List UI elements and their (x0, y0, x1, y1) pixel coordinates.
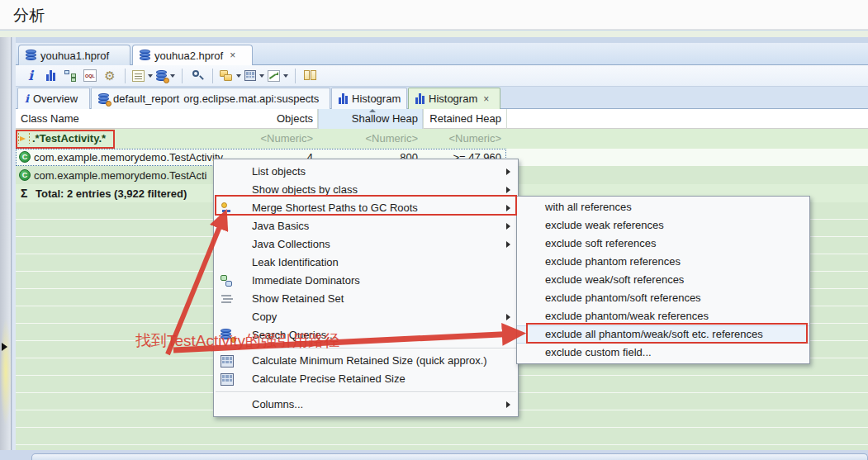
class-icon: C (19, 169, 31, 181)
query-list-icon (132, 70, 145, 82)
menu-item-show-objects-by-class[interactable]: Show objects by class (214, 181, 518, 199)
gc-roots-icon (221, 202, 234, 215)
close-tab-icon[interactable]: × (483, 93, 489, 105)
submenu-item-with-all-references[interactable]: with all references (517, 198, 809, 216)
submenu-item-exclude-weak-soft[interactable]: exclude weak/soft references (517, 271, 809, 289)
chevron-down-icon (259, 74, 264, 78)
menu-item-columns[interactable]: Columns... (214, 396, 518, 414)
calculator-icon (221, 355, 234, 368)
submenu-item-exclude-weak[interactable]: exclude weak references (517, 216, 809, 235)
histogram-icon (415, 93, 425, 104)
dominator-tree-button[interactable] (62, 68, 78, 84)
db-gear-icon (156, 70, 167, 82)
context-menu: List objects Show objects by class Merge… (213, 159, 519, 417)
table-header: Class Name Objects Shallow Heap Retained… (16, 109, 868, 129)
tab-label: Histogram (429, 92, 477, 105)
submenu-item-exclude-all-etc[interactable]: exclude all phantom/weak/soft etc. refer… (517, 325, 809, 344)
menu-item-immediate-dominators[interactable]: Immediate Dominators (214, 272, 518, 290)
info-icon: i (28, 68, 33, 83)
info-icon: i (25, 92, 29, 105)
tab-label: Overview (33, 92, 78, 105)
histogram-button[interactable] (42, 68, 59, 84)
menu-item-calc-minimum-retained[interactable]: Calculate Minimum Retained Size (quick a… (214, 352, 518, 370)
group-by-button[interactable] (220, 68, 241, 84)
tab-sublabel: org.eclipse.mat.api:suspects (183, 92, 319, 105)
column-class-name[interactable]: Class Name (21, 112, 79, 125)
menu-item-java-collections[interactable]: Java Collections (214, 235, 518, 254)
search-icon (192, 69, 204, 82)
calculator-button[interactable] (244, 68, 264, 84)
info-button[interactable]: i (22, 68, 39, 84)
menu-item-list-objects[interactable]: List objects (214, 163, 518, 181)
header-divider (0, 31, 868, 37)
submenu-item-exclude-phantom[interactable]: exclude phantom references (517, 253, 809, 271)
expert-menu-button[interactable]: ⚙ (102, 68, 118, 84)
find-button[interactable] (189, 68, 206, 84)
compare-columns-button[interactable] (302, 68, 319, 84)
annotation-text: 找到TestActivity的强引用路径 (135, 330, 339, 352)
editor-toolbar: i OQL ⚙ (16, 65, 868, 87)
oql-icon: OQL (83, 69, 97, 82)
tab-label: Histogram (352, 92, 401, 105)
submenu-item-exclude-phantom-weak[interactable]: exclude phantom/weak references (517, 307, 809, 325)
class-icon: C (19, 151, 31, 163)
tab-histogram-1[interactable]: Histogram (331, 88, 407, 109)
chevron-down-icon (170, 74, 175, 78)
tab-label: youhua2.hprof (154, 50, 223, 62)
toolbar-separator (125, 69, 126, 83)
histogram-icon (46, 70, 55, 81)
menu-item-leak-identification[interactable]: Leak Identification (214, 254, 518, 272)
tab-youhua1[interactable]: youhua1.hprof (18, 45, 130, 65)
filter-pattern-input[interactable]: .*TestActivity.* (32, 132, 106, 145)
filter-retained-input[interactable]: <Numeric> (379, 129, 501, 149)
submenu-arrow-icon (506, 241, 510, 248)
page-title: 分析 (13, 5, 45, 26)
oql-button[interactable]: OQL (82, 68, 98, 84)
filter-row[interactable]: .*TestActivity.* <Numeric> <Numeric> <Nu… (16, 129, 868, 149)
submenu-item-exclude-phantom-soft[interactable]: exclude phantom/soft references (517, 289, 809, 307)
mat-window: 分析 youhua1.hprof youhua2.hprof × i OQL ⚙ (0, 0, 868, 460)
menu-item-java-basics[interactable]: Java Basics (214, 217, 518, 235)
submenu-arrow-icon (506, 314, 510, 320)
column-retained-heap[interactable]: Retained Heap (379, 109, 501, 129)
submenu-arrow-icon (506, 168, 510, 175)
query-list-button[interactable] (132, 68, 153, 84)
class-name-cell: com.example.memorydemo.TestActi (34, 169, 207, 182)
submenu-arrow-icon (506, 223, 510, 230)
tab-youhua2[interactable]: youhua2.hprof × (132, 45, 253, 65)
retained-set-icon (221, 293, 234, 306)
total-text: Total: 2 entries (3,922 filtered) (36, 187, 187, 200)
heap-dump-icon (26, 50, 36, 61)
submenu-arrow-icon (506, 187, 510, 193)
tab-default-report[interactable]: default_report org.eclipse.mat.api:suspe… (91, 88, 330, 109)
search-queries-dropdown-button[interactable] (156, 68, 175, 84)
menu-item-merge-shortest-paths[interactable]: Merge Shortest Paths to GC Roots (214, 199, 518, 217)
tab-label: default_report (113, 92, 179, 105)
tab-histogram-2[interactable]: Histogram × (408, 88, 500, 109)
tab-label: youhua1.hprof (40, 50, 109, 62)
report-db-icon (98, 93, 109, 105)
menu-item-show-retained-set[interactable]: Show Retained Set (214, 290, 518, 308)
restore-panel-arrow-icon[interactable] (2, 343, 7, 351)
menu-item-copy[interactable]: Copy (214, 308, 518, 326)
sigma-icon: Σ (21, 187, 27, 200)
minimized-bottom-panel[interactable] (31, 453, 868, 460)
submenu-item-exclude-custom-field[interactable]: exclude custom field... (517, 344, 809, 362)
tab-overview[interactable]: i Overview (17, 88, 90, 109)
rail-highlight (0, 318, 12, 425)
menu-item-calc-precise-retained[interactable]: Calculate Precise Retained Size (214, 370, 518, 388)
percentage-view-button[interactable] (268, 68, 288, 84)
menu-separator (216, 391, 516, 392)
minimized-view-rail[interactable] (0, 37, 12, 460)
calculator-icon (244, 70, 256, 81)
toolbar-separator (295, 69, 296, 83)
toolbar-separator (182, 69, 183, 83)
submenu-arrow-icon (506, 401, 510, 408)
submenu-item-exclude-soft[interactable]: exclude soft references (517, 235, 809, 253)
chevron-down-icon (148, 74, 153, 78)
dominator-tree-icon (64, 70, 77, 82)
group-icon (220, 70, 233, 82)
close-tab-icon[interactable]: × (230, 50, 235, 61)
result-tabstrip: i Overview default_report org.eclipse.ma… (16, 87, 868, 109)
editor-tabstrip: youhua1.hprof youhua2.hprof × (16, 43, 868, 65)
